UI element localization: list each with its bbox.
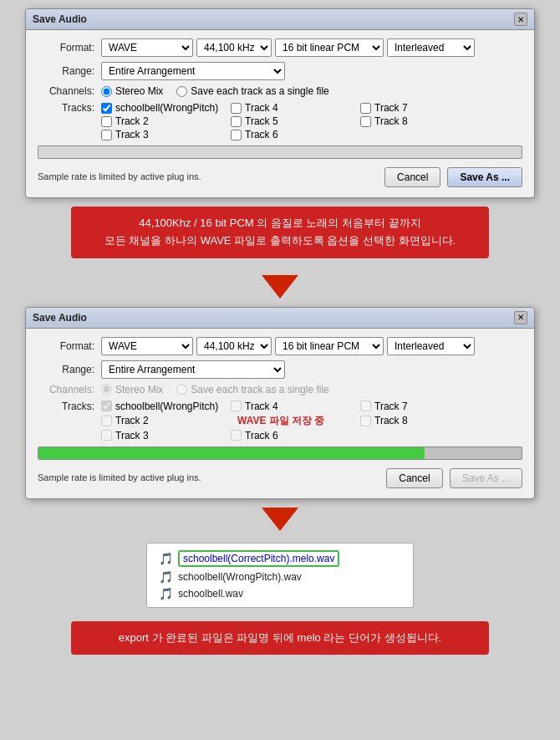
track-item-3: Track 3 xyxy=(101,129,231,140)
progress-bar-1 xyxy=(38,145,522,159)
track-2-4-checkbox xyxy=(231,401,242,411)
saving-status: WAVE 파일 저장 중 xyxy=(237,414,360,428)
track-2-4-label: Track 4 xyxy=(245,401,278,412)
progress-bar-2 xyxy=(38,447,522,460)
track-item-2-1: schoolbell(WrongPitch) xyxy=(101,401,231,412)
tracks-label-2: Tracks: xyxy=(38,401,94,412)
file-item-3: 🎵 schoolbell.wav xyxy=(159,587,401,600)
track-item-2-6: Track 6 xyxy=(231,430,360,441)
track-item-8: Track 8 xyxy=(360,115,490,127)
arrow-down-2 xyxy=(262,508,298,531)
progress-fill-2 xyxy=(38,447,425,459)
cancel-button-2[interactable]: Cancel xyxy=(386,468,442,488)
dialog-footer-1: Sample rate is limited by active plug in… xyxy=(38,164,522,189)
save-each-radio[interactable] xyxy=(176,86,187,97)
info-box-1: 44,100Khz / 16 bit PCM 의 음질로 노래의 처음부터 끝까… xyxy=(71,207,489,258)
format-select[interactable]: WAVE xyxy=(101,38,193,57)
track-item-2-8: Track 8 xyxy=(360,414,490,428)
format-select-2[interactable]: WAVE xyxy=(101,337,193,355)
track-8-label: Track 8 xyxy=(374,115,408,127)
dialog-close-button-2[interactable]: ✕ xyxy=(514,311,527,324)
info-box-2-text: export 가 완료된 파일은 파일명 뒤에 melo 라는 단어가 생성됩니… xyxy=(119,631,441,644)
track-6-label: Track 6 xyxy=(245,129,278,140)
format-controls-2: WAVE 44,100 kHz 16 bit linear PCM Interl… xyxy=(101,337,475,355)
samplerate-select-2[interactable]: 44,100 kHz xyxy=(196,337,272,355)
track-7-checkbox[interactable] xyxy=(360,103,371,114)
dialog-title-1: Save Audio xyxy=(33,13,87,25)
cancel-button-1[interactable]: Cancel xyxy=(384,167,440,187)
save-each-radio-2 xyxy=(176,384,187,395)
tracks-grid-1: schoolbell(WrongPitch) Track 4 Track 7 T… xyxy=(101,102,490,140)
file-item-1: 🎵 schoolbell(CorrectPitch).melo.wav xyxy=(159,550,401,567)
track-item-1: schoolbell(WrongPitch) xyxy=(101,102,231,114)
track-item-2-3: Track 3 xyxy=(101,430,231,441)
track-item-5: Track 5 xyxy=(231,115,360,127)
file-item-2: 🎵 schoolbell(WrongPitch).wav xyxy=(159,570,401,584)
format-row-2: Format: WAVE 44,100 kHz 16 bit linear PC… xyxy=(38,337,522,355)
save-each-label-2: Save each track as a single file xyxy=(191,384,328,396)
file-icon-1: 🎵 xyxy=(159,552,173,565)
file-icon-3: 🎵 xyxy=(159,587,173,600)
file-name-2: schoolbell(WrongPitch).wav xyxy=(178,571,302,583)
stereo-mix-label: Stereo Mix xyxy=(115,85,163,97)
stereo-mix-option[interactable]: Stereo Mix xyxy=(101,85,163,97)
format-controls: WAVE 44,100 kHz 16 bit linear PCM Interl… xyxy=(101,38,475,57)
dialog-footer-2: Sample rate is limited by active plug in… xyxy=(38,465,522,490)
track-item-2-7: Track 7 xyxy=(360,401,490,412)
dialog-close-button-1[interactable]: ✕ xyxy=(514,13,527,26)
arrow-down-1 xyxy=(262,275,298,299)
dialog-titlebar-2: Save Audio ✕ xyxy=(26,308,534,329)
bitdepth-select[interactable]: 16 bit linear PCM xyxy=(275,38,384,57)
range-label: Range: xyxy=(38,65,94,77)
track-4-checkbox[interactable] xyxy=(231,103,242,114)
track-item-4: Track 4 xyxy=(231,102,360,114)
track-8-checkbox[interactable] xyxy=(360,116,371,127)
bitdepth-select-2[interactable]: 16 bit linear PCM xyxy=(275,337,384,355)
track-2-7-label: Track 7 xyxy=(374,401,408,412)
dialog-titlebar-1: Save Audio ✕ xyxy=(26,9,534,30)
tracks-section-1: Tracks: schoolbell(WrongPitch) Track 4 T… xyxy=(38,102,522,140)
track-item-2-2: Track 2 xyxy=(101,414,231,428)
track-2-label: Track 2 xyxy=(115,115,149,127)
track-1-checkbox[interactable] xyxy=(101,103,112,114)
track-1-label: schoolbell(WrongPitch) xyxy=(115,102,218,114)
dialog-body-1: Format: WAVE 44,100 kHz 16 bit linear PC… xyxy=(26,30,534,197)
track-5-checkbox[interactable] xyxy=(231,116,242,127)
tracks-label-1: Tracks: xyxy=(38,102,94,114)
track-item-6: Track 6 xyxy=(231,129,360,140)
track-item-2-4: Track 4 xyxy=(231,401,360,412)
track-2-checkbox[interactable] xyxy=(101,116,112,127)
stereo-mix-label-2: Stereo Mix xyxy=(115,384,163,396)
track-item-7: Track 7 xyxy=(360,102,490,114)
track-2-7-checkbox xyxy=(360,401,371,411)
tracks-grid-2: schoolbell(WrongPitch) Track 4 Track 7 T… xyxy=(101,401,522,441)
track-2-8-label: Track 8 xyxy=(374,415,408,426)
track-2-1-checkbox xyxy=(101,401,112,411)
range-select[interactable]: Entire Arrangement xyxy=(101,62,285,80)
track-6-checkbox[interactable] xyxy=(231,130,242,140)
save-as-button-2: Save As ... xyxy=(450,468,522,488)
info-box-1-line1: 44,100Khz / 16 bit PCM 의 음질로 노래의 처음부터 끝까… xyxy=(139,217,420,229)
channels-radio-group-2: Stereo Mix Save each track as a single f… xyxy=(101,384,329,396)
range-select-2[interactable]: Entire Arrangement xyxy=(101,360,285,379)
interleaved-select[interactable]: Interleaved xyxy=(387,38,475,57)
track-2-6-checkbox xyxy=(231,430,242,441)
stereo-mix-option-2: Stereo Mix xyxy=(101,384,163,396)
samplerate-select[interactable]: 44,100 kHz xyxy=(196,38,272,57)
track-4-label: Track 4 xyxy=(245,102,278,114)
range-label-2: Range: xyxy=(38,364,94,375)
status-text-2: Sample rate is limited by active plug in… xyxy=(38,472,201,482)
dialog-body-2: Format: WAVE 44,100 kHz 16 bit linear PC… xyxy=(26,329,534,498)
track-2-6-label: Track 6 xyxy=(245,430,278,441)
channels-radio-group: Stereo Mix Save each track as a single f… xyxy=(101,85,329,97)
format-row: Format: WAVE 44,100 kHz 16 bit linear PC… xyxy=(38,38,522,57)
file-list: 🎵 schoolbell(CorrectPitch).melo.wav 🎵 sc… xyxy=(146,543,414,608)
file-icon-2: 🎵 xyxy=(159,570,173,584)
save-as-button-1[interactable]: Save As ... xyxy=(447,167,522,187)
interleaved-select-2[interactable]: Interleaved xyxy=(387,337,475,355)
track-2-1-label: schoolbell(WrongPitch) xyxy=(115,401,218,412)
save-each-option[interactable]: Save each track as a single file xyxy=(176,85,328,97)
info-box-1-line2: 모든 채널을 하나의 WAVE 파일로 출력하도록 옵션을 선택한 화면입니다. xyxy=(104,234,456,247)
track-3-checkbox[interactable] xyxy=(101,130,112,140)
stereo-mix-radio[interactable] xyxy=(101,86,112,97)
